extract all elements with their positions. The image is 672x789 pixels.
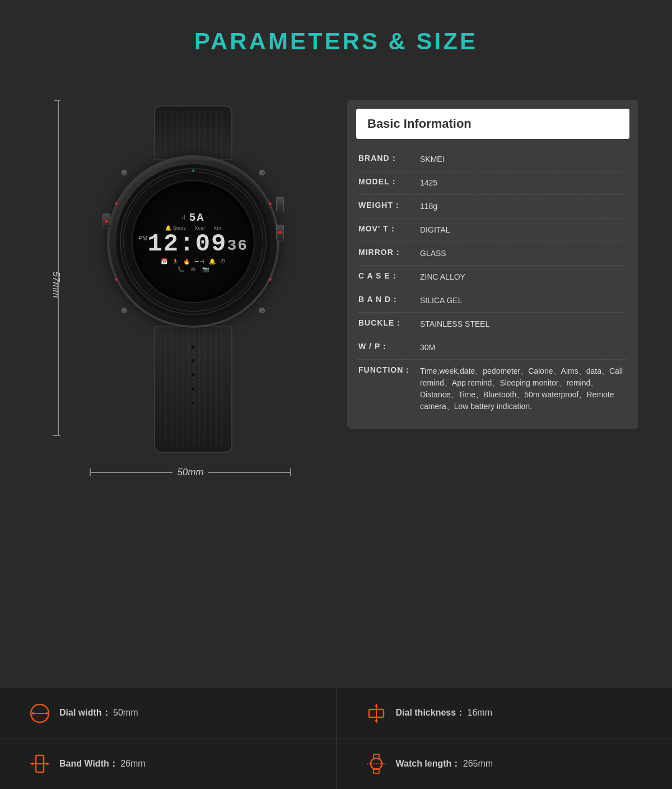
height-label: 57mm [50, 271, 62, 298]
spec-dial-thickness-key: Dial thickness： [396, 708, 465, 717]
band-hole-5 [190, 400, 196, 406]
svg-marker-14 [46, 762, 49, 765]
icon-run: 🏃 [172, 258, 179, 264]
info-row-3: MOV' T： DIGITAL [358, 219, 627, 242]
info-key-6: B A N D： [358, 295, 420, 305]
bottom-bar: Dial width： 50mm Dial thickness： 16mm [0, 688, 672, 789]
info-key-3: MOV' T： [358, 224, 420, 234]
watch-image: LIGHT RESET [81, 94, 305, 464]
specs-row-1: Dial width： 50mm Dial thickness： 16mm [0, 688, 672, 739]
info-header: Basic Information [356, 109, 629, 139]
info-key-1: MODEL： [358, 177, 420, 187]
info-val-3: DIGITAL [420, 224, 627, 236]
info-key-7: BUCKLE： [358, 318, 420, 328]
title-part1: PARAMETERS [194, 28, 380, 54]
lcd-icons-row: 📅 🏃 🔥 ⊢⊣ 🔔 ⏱ [161, 258, 226, 264]
height-dimension [56, 100, 60, 436]
info-key-4: MIRROR： [358, 248, 420, 258]
bluetooth-icon: ⑁ [181, 214, 185, 221]
specs-row-2: Band Width： 26mm Watch length： 265mm [0, 739, 672, 790]
spec-dial-width: Dial width： 50mm [0, 688, 337, 739]
icon-calendar: 📅 [161, 258, 167, 264]
watch-length-icon [365, 752, 388, 776]
icon-phone: 📞 [178, 266, 184, 272]
spec-band-width-label: Band Width： 26mm [59, 758, 146, 770]
crown-right-bottom [276, 225, 284, 240]
time-row: PM 12:09 36 [138, 231, 248, 256]
info-val-9: Time,week,date、pedometer、Calorie、Aims、da… [420, 365, 627, 412]
svg-marker-9 [375, 704, 378, 707]
info-panel: Basic Information BRAND： SKMEI MODEL： 14… [347, 100, 638, 429]
title-part2: & SIZE [389, 28, 478, 54]
watch-case: LIGHT RESET [109, 157, 277, 328]
watch-illustration: LIGHT RESET [92, 105, 294, 453]
pm-indicator: PM [138, 235, 148, 242]
svg-marker-13 [30, 762, 33, 765]
spec-watch-length: Watch length： 265mm [337, 739, 673, 790]
spec-dial-thickness-value: 16mm [468, 708, 492, 717]
info-row-6: B A N D： SILICA GEL [358, 289, 627, 313]
lcd-bottom-row: 📞 ✉ 📷 [178, 266, 209, 272]
info-row-5: C A S E： ZINC ALLOY [358, 266, 627, 289]
info-key-0: BRAND： [358, 154, 420, 164]
svg-marker-10 [375, 720, 378, 723]
icon-msg: ✉ [191, 266, 195, 272]
info-row-1: MODEL： 1425 [358, 171, 627, 195]
icon-camera: 📷 [202, 266, 209, 272]
page-title: PARAMETERS & SIZE [0, 28, 672, 55]
basic-info-title: Basic Information [367, 117, 618, 131]
crown-right-top [276, 197, 284, 212]
info-val-2: 118g [420, 201, 627, 212]
width-dimension: 50mm [90, 467, 291, 478]
info-val-6: SILICA GEL [420, 295, 627, 307]
lcd-top-row: ⑁ 5A [181, 211, 204, 224]
info-val-5: ZINC ALLOY [420, 271, 627, 283]
spec-dial-width-label: Dial width： 50mm [59, 707, 138, 719]
spec-watch-length-value: 265mm [463, 759, 493, 768]
spec-band-width: Band Width： 26mm [0, 739, 337, 790]
spec-dial-width-key: Dial width： [59, 708, 111, 717]
info-row-4: MIRROR： GLASS [358, 242, 627, 266]
dimension-container: 57mm [50, 83, 308, 486]
info-key-2: WEIGHT： [358, 201, 420, 211]
band-top [154, 105, 232, 160]
spec-band-width-value: 26mm [120, 759, 145, 768]
spec-band-width-key: Band Width： [59, 759, 118, 768]
lcd-seconds: 36 [227, 238, 248, 254]
icon-bell: 🔔 [209, 258, 216, 264]
info-row-9: FUNCTION： Time,week,date、pedometer、Calor… [358, 360, 627, 418]
watch-face: ⑁ 5A 🔔 Steps Kcal Km [132, 180, 255, 303]
band-hole-2 [190, 358, 196, 364]
info-row-0: BRAND： SKMEI [358, 148, 627, 171]
band-bottom [154, 326, 232, 453]
info-table: BRAND： SKMEI MODEL： 1425 WEIGHT： 118g MO… [347, 148, 638, 429]
band-width-icon [28, 752, 52, 776]
band-hole-1 [190, 344, 196, 350]
bezel-ring: // inline tick generation not possible i… [116, 164, 270, 319]
page-header: PARAMETERS & SIZE [0, 0, 672, 72]
spec-watch-length-key: Watch length： [396, 759, 461, 768]
icon-steps2: ⊢⊣ [194, 258, 204, 264]
width-label: 50mm [172, 467, 208, 478]
lcd-time: 12:09 [147, 231, 227, 256]
info-key-9: FUNCTION： [358, 365, 420, 375]
band-hole-3 [190, 372, 196, 378]
spec-dial-thickness-label: Dial thickness： 16mm [396, 707, 493, 719]
info-val-8: 30M [420, 342, 627, 354]
dial-width-icon [28, 702, 52, 725]
info-row-8: W / P： 30M [358, 336, 627, 360]
step-count: 5A [189, 211, 204, 224]
info-val-4: GLASS [420, 248, 627, 259]
spec-dial-width-value: 50mm [113, 708, 138, 717]
crown-left [102, 214, 110, 229]
spec-watch-length-label: Watch length： 265mm [396, 758, 493, 770]
band-hole-4 [190, 386, 196, 392]
dial-thickness-icon [365, 702, 388, 725]
info-row-7: BUCKLE： STAINLESS STEEL [358, 313, 627, 336]
info-val-7: STAINLESS STEEL [420, 318, 627, 330]
info-key-8: W / P： [358, 342, 420, 352]
watch-side: 57mm [34, 83, 325, 486]
watch-outer-ring: LIGHT RESET [109, 157, 277, 326]
info-key-5: C A S E： [358, 271, 420, 281]
icon-clock: ⏱ [220, 258, 226, 264]
